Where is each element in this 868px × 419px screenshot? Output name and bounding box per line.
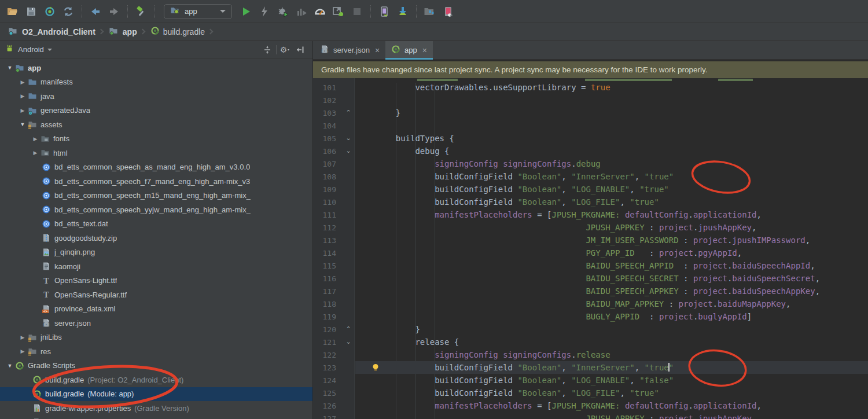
tree-item-opensans-regular-ttf[interactable]: TOpenSans-Regular.ttf bbox=[0, 288, 312, 302]
line-number[interactable]: 112 bbox=[313, 222, 336, 234]
code-line-122[interactable]: 122 signingConfig signingConfigs.release bbox=[313, 348, 868, 361]
code-line-110[interactable]: 110 buildConfigField "Boolean", "LOG_FIL… bbox=[313, 196, 868, 208]
tree-item-gradle-scripts[interactable]: ▼Gradle Scripts bbox=[0, 359, 312, 373]
collapse-all-icon[interactable] bbox=[260, 43, 275, 57]
code-line-105[interactable]: 105⌄ buildTypes { bbox=[313, 132, 868, 145]
collapsed-arrow-icon[interactable]: ▶ bbox=[17, 335, 28, 340]
code-line-118[interactable]: 118 BAIDU_MAP_APPKEY : project.baiduMapA… bbox=[313, 297, 868, 310]
code-line-124[interactable]: 124 buildConfigField "Boolean", "LOG_ENA… bbox=[313, 374, 868, 387]
run-icon[interactable] bbox=[237, 3, 255, 20]
build-hammer-icon[interactable] bbox=[132, 3, 150, 20]
breadcrumb-file[interactable]: build.gradle bbox=[148, 26, 207, 37]
tree-item-build-gradle[interactable]: build.gradle(Project: O2_Android_Client) bbox=[0, 373, 312, 387]
tree-item-gradle-wrapper-properties[interactable]: gradle-wrapper.properties(Gradle Version… bbox=[0, 401, 312, 416]
close-icon[interactable]: × bbox=[422, 46, 427, 55]
line-number[interactable]: 125 bbox=[313, 387, 336, 400]
forward-icon[interactable] bbox=[105, 3, 123, 20]
code-line-114[interactable]: 114 PGY_APP_ID : project.pgyAppId, bbox=[313, 247, 868, 259]
line-number[interactable]: 116 bbox=[313, 273, 336, 285]
tree-item-res[interactable]: ▶res bbox=[0, 344, 312, 359]
tree-item-goodgoodstudy-zip[interactable]: goodgoodstudy.zip bbox=[0, 231, 312, 245]
code-line-102[interactable]: 102 bbox=[313, 94, 868, 106]
tree-item-kaomoji[interactable]: kaomoji bbox=[0, 259, 312, 274]
code-line-111[interactable]: 111 manifestPlaceholders = [JPUSH_PKGNAM… bbox=[313, 208, 868, 221]
tree-item-jnilibs[interactable]: ▶jniLibs bbox=[0, 330, 312, 345]
fold-marker-icon[interactable]: ⌄ bbox=[343, 145, 354, 157]
tree-item-bd-etts-common-speech-m15-mand-eng-high-am-mix-[interactable]: bd_etts_common_speech_m15_mand_eng_high_… bbox=[0, 189, 312, 203]
chevron-down-icon[interactable] bbox=[47, 49, 52, 51]
debug-icon[interactable] bbox=[274, 3, 292, 20]
sdk-manager-icon[interactable] bbox=[393, 3, 412, 20]
close-icon[interactable]: × bbox=[375, 46, 380, 55]
line-number[interactable]: 123 bbox=[313, 362, 336, 374]
collapsed-arrow-icon[interactable]: ▶ bbox=[17, 108, 28, 113]
line-number[interactable]: 113 bbox=[313, 234, 336, 247]
fold-marker-icon[interactable]: ⌃ bbox=[343, 323, 354, 336]
profiler-gauge-icon[interactable] bbox=[311, 3, 329, 20]
code-line-120[interactable]: 120⌃ } bbox=[313, 323, 868, 336]
project-view-selector[interactable]: Android bbox=[18, 45, 44, 54]
breadcrumb-module[interactable]: app bbox=[106, 26, 139, 37]
line-number[interactable]: 122 bbox=[313, 349, 336, 362]
line-number[interactable]: 119 bbox=[313, 311, 336, 324]
device-file-explorer-icon[interactable] bbox=[439, 3, 458, 20]
tree-item-html[interactable]: ▶html bbox=[0, 146, 312, 160]
code-line-115[interactable]: 115 BAIDU_SPEECH_APPID : project.baiduSp… bbox=[313, 259, 868, 272]
attach-debugger-icon[interactable] bbox=[329, 3, 348, 20]
collapsed-arrow-icon[interactable]: ▶ bbox=[17, 93, 28, 99]
collapsed-arrow-icon[interactable]: ▶ bbox=[30, 136, 41, 142]
tree-item-assets[interactable]: ▼assets bbox=[0, 117, 312, 132]
settings-gear-icon[interactable]: ⚙ bbox=[278, 43, 293, 57]
collapsed-arrow-icon[interactable]: ▶ bbox=[17, 79, 28, 85]
tree-item-bd-etts-text-dat[interactable]: bd_etts_text.dat bbox=[0, 217, 312, 231]
line-number[interactable]: 127 bbox=[313, 413, 336, 419]
code-line-119[interactable]: 119 BUGLY_APPID : project.buglyAppId] bbox=[313, 310, 868, 323]
fold-marker-icon[interactable]: ⌄ bbox=[343, 132, 354, 145]
line-number[interactable]: 111 bbox=[313, 209, 336, 222]
line-number[interactable]: 103 bbox=[313, 107, 336, 120]
code-line-112[interactable]: 112 JPUSH_APPKEY : project.jpushAppKey, bbox=[313, 221, 868, 234]
layout-captures-icon[interactable] bbox=[421, 3, 439, 20]
fold-marker-icon[interactable]: ⌄ bbox=[343, 336, 354, 348]
save-all-icon[interactable] bbox=[22, 3, 41, 20]
refresh-icon[interactable] bbox=[59, 3, 78, 20]
line-number[interactable]: 105 bbox=[313, 133, 336, 145]
hide-panel-icon[interactable] bbox=[293, 43, 308, 57]
expanded-arrow-icon[interactable]: ▼ bbox=[17, 122, 28, 127]
tree-item-bd-etts-common-speech-yyjw-mand-eng-high-am-mix-[interactable]: bd_etts_common_speech_yyjw_mand_eng_high… bbox=[0, 203, 312, 217]
line-number[interactable]: 110 bbox=[313, 196, 336, 209]
code-line-116[interactable]: 116 BAIDU_SPEECH_SECRET : project.baiduS… bbox=[313, 272, 868, 285]
line-number[interactable]: 106 bbox=[313, 145, 336, 158]
line-number[interactable]: 124 bbox=[313, 374, 336, 387]
line-number[interactable]: 109 bbox=[313, 183, 336, 196]
stop-icon[interactable] bbox=[348, 3, 366, 20]
code-line-127[interactable]: 127 JPUSH_APPKEY : project.jpushAppKey, bbox=[313, 412, 868, 419]
avd-manager-icon[interactable] bbox=[375, 3, 393, 20]
code-line-104[interactable]: 104 bbox=[313, 119, 868, 132]
code-line-113[interactable]: 113 JM_IM_USER_PASSWORD : project.jpushI… bbox=[313, 234, 868, 247]
code-line-126[interactable]: 126 manifestPlaceholders = [JPUSH_PKGNAM… bbox=[313, 399, 868, 412]
line-number[interactable]: 101 bbox=[313, 82, 336, 94]
open-icon[interactable] bbox=[3, 3, 22, 20]
code-line-123[interactable]: 123 buildConfigField "Boolean", "InnerSe… bbox=[313, 361, 868, 374]
tab-app[interactable]: app × bbox=[385, 41, 433, 59]
line-number[interactable]: 120 bbox=[313, 324, 336, 336]
gradle-sync-icon[interactable] bbox=[41, 3, 59, 20]
collapsed-arrow-icon[interactable]: ▶ bbox=[30, 150, 41, 156]
tree-item-bd-etts-common-speech-f7-mand-eng-high-am-mix-v3[interactable]: bd_etts_common_speech_f7_mand_eng_high_a… bbox=[0, 174, 312, 189]
profile-icon[interactable] bbox=[292, 3, 311, 20]
tab-server-json[interactable]: {·} server.json × bbox=[314, 41, 385, 59]
tree-item-generatedjava[interactable]: ▶generatedJava bbox=[0, 104, 312, 118]
line-number[interactable]: 117 bbox=[313, 285, 336, 298]
tree-item-j-qinqin-png[interactable]: j_qinqin.png bbox=[0, 245, 312, 260]
tree-item-manifests[interactable]: ▶manifests bbox=[0, 75, 312, 90]
apply-changes-icon[interactable] bbox=[255, 3, 274, 20]
code-line-101[interactable]: 101 vectorDrawables.useSupportLibrary = … bbox=[313, 81, 868, 94]
breadcrumb-project[interactable]: O2_Android_Client bbox=[6, 26, 98, 37]
code-line-109[interactable]: 109 buildConfigField "Boolean", "LOG_ENA… bbox=[313, 183, 868, 196]
tree-item-opensans-light-ttf[interactable]: TOpenSans-Light.ttf bbox=[0, 274, 312, 288]
code-editor[interactable]: 101 vectorDrawables.useSupportLibrary = … bbox=[313, 78, 868, 419]
line-number[interactable]: 104 bbox=[313, 120, 336, 133]
line-number[interactable]: 114 bbox=[313, 247, 336, 260]
tree-item-java[interactable]: ▶java bbox=[0, 89, 312, 104]
